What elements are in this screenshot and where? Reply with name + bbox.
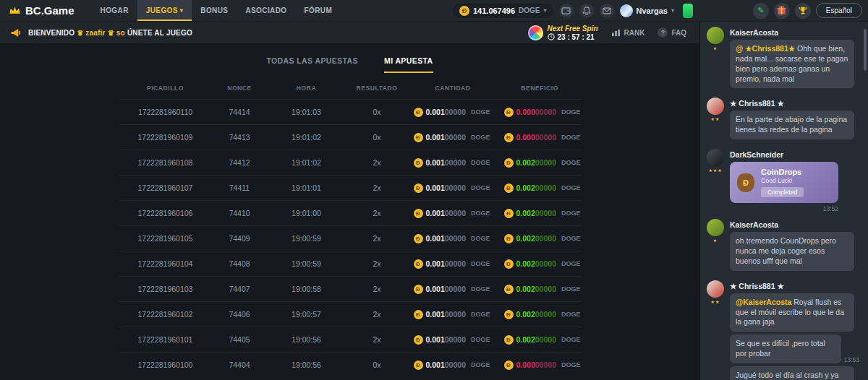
logo[interactable]: BC.Game [9, 4, 75, 17]
cell-profit: Ð 0.00200000 DOGE [498, 209, 582, 218]
doge-coin-icon: Ð [414, 183, 423, 193]
cell-result: 2x [346, 335, 408, 344]
compose-button[interactable]: ✎ [753, 3, 769, 19]
cell-result: 0x [346, 133, 408, 142]
rank-label: RANK [624, 29, 645, 37]
cell-profit: Ð 0.00000000 DOGE [498, 108, 582, 117]
avatar[interactable] [707, 280, 724, 298]
user-mention[interactable]: @ ★Chriss881★ [736, 44, 797, 53]
table-row[interactable]: 1722281960109 74413 19:01:02 0x Ð 0.0010… [119, 124, 582, 150]
chat-message: ★★★ DarkSchneider ÐCoinDropsGood Luck!Co… [700, 145, 868, 215]
cell-time: 19:00:57 [267, 310, 346, 319]
currency-label: DOGE [471, 311, 490, 318]
table-row[interactable]: 1722281960103 74407 19:00:58 2x Ð 0.0010… [119, 276, 582, 301]
gift-icon [777, 6, 786, 15]
cell-hash: 1722281960101 [119, 335, 213, 344]
chat-scrollbar[interactable] [864, 29, 867, 71]
wallet-button[interactable] [559, 4, 574, 18]
chat-message-left: ★★★ [706, 149, 725, 212]
avatar[interactable] [707, 149, 724, 166]
table-row[interactable]: 1722281960102 74406 19:00:57 2x Ð 0.0010… [119, 301, 582, 327]
currency-label: DOGE [471, 361, 490, 368]
table-row[interactable]: 1722281960105 74409 19:00:59 2x Ð 0.0010… [119, 225, 582, 251]
table-row[interactable]: 1722281960107 74411 19:01:01 2x Ð 0.0010… [119, 175, 582, 200]
chat-username[interactable]: ★ Chriss881 ★ [730, 99, 859, 108]
cell-time: 19:01:02 [267, 133, 346, 142]
faq-link[interactable]: ? FAQ [658, 27, 686, 38]
cell-amount: Ð 0.00100000 DOGE [408, 259, 498, 269]
nav-hogar[interactable]: HOGAR [92, 0, 137, 21]
avatar[interactable] [707, 98, 724, 115]
chat-toggle-button[interactable] [683, 4, 693, 18]
user-menu[interactable]: Nvargas ▾ [620, 4, 674, 17]
col-hora: HORA [267, 85, 346, 92]
welcome-suffix: ÚNETE AL JUEGO [127, 29, 192, 37]
cell-amount: Ð 0.00100000 DOGE [408, 285, 498, 294]
currency-label: DOGE [561, 108, 581, 116]
table-row[interactable]: 1722281960106 74410 19:01:00 2x Ð 0.0010… [119, 200, 582, 225]
tab-all-bets[interactable]: TODAS LAS APUESTAS [266, 56, 358, 73]
doge-coin-icon: Ð [459, 6, 469, 16]
coindrops-card[interactable]: ÐCoinDropsGood Luck!Completed [730, 162, 838, 203]
cell-amount: Ð 0.00100000 DOGE [408, 133, 498, 142]
cell-time: 19:01:01 [267, 183, 346, 192]
chat-bubbles: En la parte de abajo de la pagina tienes… [730, 111, 859, 139]
chat-message-body: KaiserAcosta @ ★Chriss881★ Ohh que bien,… [730, 27, 859, 91]
rank-chart-icon [611, 29, 621, 37]
tab-my-bet[interactable]: MI APUESTA [384, 56, 433, 73]
chat-username[interactable]: DarkSchneider [730, 150, 859, 159]
cell-result: 2x [346, 259, 408, 268]
rank-link[interactable]: RANK [611, 29, 645, 37]
avatar[interactable] [707, 219, 724, 236]
user-stars: ★★ [711, 116, 720, 121]
currency-label: DOGE [471, 285, 490, 293]
doge-coin-icon: Ð [504, 259, 514, 269]
cell-amount: Ð 0.00100000 DOGE [408, 335, 498, 345]
chat-bubble: En la parte de abajo de la pagina tienes… [730, 111, 854, 139]
welcome-message: BIENVENIDO ♛ zaafir ♛ so ÚNETE AL JUEGO [28, 29, 192, 37]
chat-bubble: oh tremendo CounDrops pero nunca me deja… [730, 232, 854, 271]
cell-nonce: 74407 [213, 285, 267, 293]
cell-profit: Ð 0.00200000 DOGE [498, 259, 582, 269]
crown-icon [9, 6, 21, 15]
avatar[interactable] [707, 27, 724, 44]
trophy-icon [799, 7, 807, 15]
doge-coin-icon: Ð [504, 285, 514, 294]
currency-label: DOGE [471, 260, 490, 267]
col-resultado: RESULTADO [346, 85, 408, 92]
cell-profit: Ð 0.00200000 DOGE [498, 335, 582, 345]
nav-forum[interactable]: FÓRUM [296, 0, 341, 21]
gift-button[interactable] [774, 3, 790, 19]
nav-label: JUEGOS [146, 7, 178, 14]
user-stars: ★ [713, 46, 718, 51]
balance-selector[interactable]: Ð 141.067496 DOGE ▾ [453, 4, 553, 18]
cell-amount: Ð 0.00100000 DOGE [408, 234, 498, 243]
free-spin-widget[interactable]: Next Free Spin 23 : 57 : 21 [528, 25, 598, 41]
nav-bonus[interactable]: BONUS [192, 0, 237, 21]
coindrops-status-button[interactable]: Completed [761, 187, 804, 197]
chevron-down-icon: ▾ [671, 7, 674, 14]
notifications-button[interactable] [579, 4, 594, 18]
user-mention[interactable]: @KaiserAcosta [736, 298, 793, 306]
nav-asociado[interactable]: ASOCIADO [237, 0, 295, 21]
chat-username[interactable]: KaiserAcosta [730, 28, 859, 37]
cell-hash: 1722281960104 [119, 259, 213, 268]
table-row[interactable]: 1722281960104 74408 19:00:59 2x Ð 0.0010… [119, 251, 582, 276]
welcome-username[interactable]: ♛ zaafir ♛ so [77, 29, 125, 37]
chevron-down-icon: ▾ [544, 7, 547, 14]
table-row[interactable]: 1722281960110 74414 19:01:03 0x Ð 0.0010… [119, 99, 582, 124]
messages-button[interactable] [600, 4, 614, 18]
table-row[interactable]: 1722281960108 74412 19:01:02 2x Ð 0.0010… [119, 150, 582, 175]
chat-username[interactable]: ★ Chriss881 ★ [730, 282, 859, 290]
table-row[interactable]: 1722281960101 74405 19:00:56 2x Ð 0.0010… [119, 327, 582, 352]
doge-coin-icon: Ð [414, 285, 423, 294]
chat-username[interactable]: KaiserAcosta [730, 220, 859, 229]
cell-nonce: 74413 [213, 133, 267, 142]
currency-label: DOGE [561, 184, 581, 191]
table-row[interactable]: 1722281960100 74404 19:00:56 0x Ð 0.0010… [119, 352, 582, 377]
currency-label: DOGE [471, 336, 490, 343]
cell-nonce: 74404 [213, 360, 267, 369]
trophy-button[interactable] [795, 3, 811, 19]
nav-juegos[interactable]: JUEGOS▾ [137, 0, 192, 21]
language-button[interactable]: Español [816, 3, 862, 18]
